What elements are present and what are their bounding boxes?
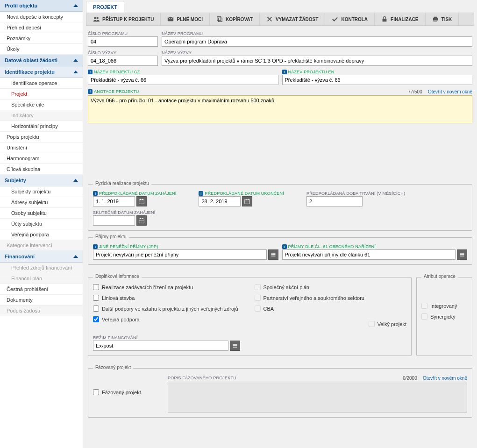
calendar-button[interactable] bbox=[242, 196, 252, 206]
check-icon bbox=[332, 16, 338, 22]
envelope-icon bbox=[167, 16, 174, 22]
print-icon bbox=[432, 16, 439, 22]
input-rezim[interactable] bbox=[93, 341, 228, 351]
label-doba: PŘEDPOKLÁDANÁ DOBA TRVÁNÍ (V MĚSÍCÍCH) bbox=[306, 191, 405, 196]
sidebar-item-cestna-prohlaseni[interactable]: Čestná prohlášení bbox=[0, 284, 83, 295]
legend-fyzicka: Fyzická realizace projektu bbox=[93, 181, 151, 186]
input-nazev-proj-en[interactable] bbox=[282, 75, 473, 85]
input-cislo-vyzvy[interactable] bbox=[88, 56, 158, 66]
svg-rect-5 bbox=[383, 19, 387, 21]
sidebar-item-kategorie-intervenci[interactable]: Kategorie intervencí bbox=[0, 240, 83, 251]
input-skut-zahajeni[interactable] bbox=[93, 215, 135, 226]
toolbar-tisk[interactable]: TISK bbox=[426, 13, 459, 25]
label-cislo-programu: ČÍSLO PROGRAMU bbox=[88, 31, 158, 36]
toolbar-finalizace[interactable]: FINALIZACE bbox=[375, 13, 425, 25]
list-button[interactable] bbox=[457, 249, 467, 260]
sidebar-item-ukoly[interactable]: Úkoly bbox=[0, 44, 83, 55]
input-nazev-vyzvy[interactable] bbox=[162, 56, 472, 66]
sidebar-item-cilova-skupina[interactable]: Cílová skupina bbox=[0, 164, 83, 175]
sidebar-item-osoby-subjektu[interactable]: Osoby subjektu bbox=[0, 208, 83, 219]
list-button[interactable] bbox=[268, 249, 278, 260]
svg-rect-17 bbox=[139, 219, 144, 223]
calendar-button[interactable] bbox=[136, 215, 147, 226]
toolbar-label: KOPÍROVAT bbox=[226, 17, 253, 22]
toolbar-label: TISK bbox=[441, 17, 452, 22]
textarea-anotace[interactable] bbox=[88, 95, 472, 123]
checkbox-label: Velký projekt bbox=[377, 321, 406, 327]
toolbar-pristup[interactable]: PŘÍSTUP K PROJEKTU bbox=[86, 13, 161, 25]
sidebar-item-prehled-zdroju[interactable]: Přehled zdrojů financování bbox=[0, 263, 83, 273]
checkbox-dalsi-podpory[interactable] bbox=[93, 306, 99, 312]
sidebar-item-umisteni[interactable]: Umístění bbox=[0, 142, 83, 153]
checkbox-verejna-podpora[interactable] bbox=[93, 316, 99, 322]
checkbox-liniova[interactable] bbox=[93, 295, 99, 301]
sidebar-item-specificke-cile[interactable]: Specifické cíle bbox=[0, 100, 83, 110]
sidebar-item-projekt[interactable]: Projekt bbox=[0, 89, 83, 100]
sidebar-section-profile[interactable]: Profil objektu bbox=[0, 0, 83, 12]
anotace-counter: 77/500 bbox=[408, 89, 422, 94]
checkbox-cba bbox=[255, 306, 261, 312]
checkbox-partnerstvi bbox=[255, 295, 261, 301]
input-dat-zahajeni[interactable] bbox=[93, 196, 135, 206]
sidebar-item-adresy-subjektu[interactable]: Adresy subjektu bbox=[0, 197, 83, 208]
open-new-window-link[interactable]: Otevřít v novém okně bbox=[428, 89, 472, 94]
sidebar-item-dokumenty[interactable]: Dokumenty bbox=[0, 295, 83, 306]
sidebar-item-podpis-zadosti[interactable]: Podpis žádosti bbox=[0, 306, 83, 316]
sidebar-item-verejna-podpora[interactable]: Veřejná podpora bbox=[0, 229, 83, 240]
chevron-up-icon bbox=[73, 4, 78, 7]
sidebar-item-prehled-depesi[interactable]: Přehled depeší bbox=[0, 22, 83, 33]
toolbar-kontrola[interactable]: KONTROLA bbox=[325, 13, 375, 25]
faz-counter: 0/2000 bbox=[403, 376, 417, 381]
sidebar-item-identifikace-operace[interactable]: Identifikace operace bbox=[0, 78, 83, 89]
sidebar-subsection-identifikace[interactable]: Identifikace projektu bbox=[0, 66, 83, 78]
sidebar-item-horizontalni-principy[interactable]: Horizontální principy bbox=[0, 121, 83, 132]
toolbar-vymazat[interactable]: VYMAZAT ŽÁDOST bbox=[260, 13, 325, 25]
calendar-button[interactable] bbox=[136, 196, 147, 206]
svg-rect-6 bbox=[433, 18, 438, 20]
svg-rect-16 bbox=[248, 199, 249, 200]
input-dat-ukonceni[interactable] bbox=[199, 196, 241, 206]
input-cislo-programu[interactable] bbox=[88, 36, 158, 47]
label-jpp: iJINÉ PENĚŽNÍ PŘÍJMY (JPP) bbox=[93, 244, 278, 249]
checkbox-label: Realizace zadávacích řízení na projektu bbox=[102, 284, 193, 290]
list-button[interactable] bbox=[230, 341, 240, 351]
sidebar-subsection-subjekty[interactable]: Subjekty bbox=[0, 175, 83, 186]
sidebar-item-popis-projektu[interactable]: Popis projektu bbox=[0, 132, 83, 142]
checkbox-label: Další podpory ve vztahu k projektu z jin… bbox=[102, 306, 238, 312]
input-nazev-proj-cz[interactable] bbox=[88, 75, 278, 85]
checkbox-fazovany[interactable] bbox=[93, 389, 99, 395]
label-dat-zahajeni: iPŘEDPOKLÁDANÉ DATUM ZAHÁJENÍ bbox=[93, 191, 176, 196]
checkbox-label: Synergický bbox=[430, 314, 456, 320]
textarea-popis-faz[interactable] bbox=[168, 382, 467, 412]
svg-rect-12 bbox=[142, 199, 143, 200]
svg-point-1 bbox=[96, 17, 98, 19]
sidebar-subsection-financovani[interactable]: Financování bbox=[0, 251, 83, 263]
legend-fazovany: Fázovaný projekt bbox=[93, 365, 133, 370]
toolbar-plne-moci[interactable]: PLNÉ MOCI bbox=[161, 13, 210, 25]
delete-icon bbox=[266, 16, 273, 22]
checkbox-realizace[interactable] bbox=[93, 284, 99, 290]
input-prijmy61[interactable] bbox=[282, 249, 456, 260]
sidebar-item-indikatory[interactable]: Indikátory bbox=[0, 110, 83, 121]
toolbar: PŘÍSTUP K PROJEKTU PLNÉ MOCI KOPÍROVAT V… bbox=[86, 13, 474, 26]
toolbar-label: PLNÉ MOCI bbox=[177, 17, 203, 22]
svg-point-0 bbox=[94, 17, 96, 19]
input-doba[interactable] bbox=[306, 196, 363, 206]
label-nazev-vyzvy: NÁZEV VÝZVY bbox=[162, 50, 472, 55]
input-jpp[interactable] bbox=[93, 249, 267, 260]
sidebar-item-poznamky[interactable]: Poznámky bbox=[0, 33, 83, 44]
sidebar-item-harmonogram[interactable]: Harmonogram bbox=[0, 153, 83, 164]
svg-rect-19 bbox=[140, 218, 141, 219]
sidebar-item-ucty-subjektu[interactable]: Účty subjektu bbox=[0, 219, 83, 229]
input-nazev-programu[interactable] bbox=[162, 36, 472, 47]
checkbox-label: Společný akční plán bbox=[263, 284, 309, 290]
toolbar-kopirovat[interactable]: KOPÍROVAT bbox=[210, 13, 260, 25]
sidebar-section-data[interactable]: Datová oblast žádosti bbox=[0, 55, 83, 66]
svg-rect-8 bbox=[434, 21, 437, 22]
checkbox-label: Partnerství veřejného a soukromého sekto… bbox=[263, 295, 364, 301]
open-new-window-link[interactable]: Otevřít v novém okně bbox=[423, 376, 467, 381]
sidebar-item-nova-depese[interactable]: Nová depeše a koncepty bbox=[0, 12, 83, 22]
tab-projekt[interactable]: PROJEKT bbox=[86, 1, 124, 13]
sidebar-item-financni-plan[interactable]: Finanční plán bbox=[0, 273, 83, 284]
sidebar-item-subjekty-projektu[interactable]: Subjekty projektu bbox=[0, 186, 83, 197]
